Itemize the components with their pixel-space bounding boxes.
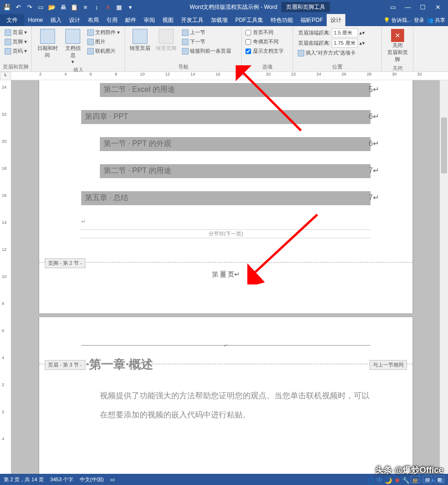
- tab-home[interactable]: Home: [24, 14, 47, 26]
- datetime-button[interactable]: 日期和时间: [35, 28, 60, 60]
- onlinepic-button[interactable]: 联机图片: [85, 47, 122, 55]
- title-bar: 💾 ↶ ↷ ▭ 📂 🖶 📋 ≡ ↕ A ▦ ▾ Word文档排版流程实战示例 -…: [0, 0, 448, 14]
- quick-access-toolbar: 💾 ↶ ↷ ▭ 📂 🖶 📋 ≡ ↕ A ▦ ▾: [0, 2, 137, 12]
- tab-addins[interactable]: 加载项: [207, 14, 231, 26]
- quickparts-button[interactable]: 文档部件 ▾: [85, 28, 122, 37]
- group-label: 导航: [128, 62, 238, 71]
- macro-icon[interactable]: ▭: [110, 477, 115, 483]
- insert-align-tab-button[interactable]: 插入"对齐方式"选项卡: [296, 48, 366, 57]
- align-icon[interactable]: ≡: [80, 2, 91, 12]
- group-label: 页眉和页脚: [3, 62, 28, 71]
- body-text: 视频提供了功能强大的方法帮助您证明您的观点。当您单击联机视频时，可以在想要添加的…: [100, 387, 371, 425]
- login-button[interactable]: 登录: [414, 17, 424, 24]
- goto-header-button[interactable]: 转至页眉: [128, 28, 152, 53]
- undo-icon[interactable]: ↶: [13, 2, 23, 12]
- chapter-title: ·第一章·概述: [86, 356, 413, 373]
- redo-icon[interactable]: ↷: [24, 2, 35, 12]
- footer-section-label: 页脚 - 第 2 节 -: [45, 258, 85, 268]
- page-1: 第二节 · Excel 的用途5↵第四章 · PPT6↵第一节 · PPT 的外…: [39, 80, 413, 313]
- minimize-icon[interactable]: —: [401, 2, 414, 12]
- system-tray: ◯中🌙✱🔧⊞☺✦⊞: [367, 477, 445, 484]
- context-tab-label: 页眉和页脚工具: [281, 2, 330, 12]
- first-page-diff-checkbox[interactable]: 首页不同: [245, 28, 285, 37]
- toc-row: 第二节 · PPT 的用途7↵: [100, 164, 371, 178]
- status-words[interactable]: 3453 个字: [50, 476, 74, 483]
- section-break: 分节符(下一页): [81, 229, 371, 238]
- picture-button[interactable]: 图片: [85, 37, 122, 46]
- maximize-icon[interactable]: ☐: [416, 2, 429, 12]
- open-icon[interactable]: 📂: [47, 2, 57, 12]
- print-icon[interactable]: 🖶: [58, 2, 68, 12]
- paste-icon[interactable]: 📋: [69, 2, 79, 12]
- ruler-vertical[interactable]: 2422201816141210864224: [0, 80, 11, 474]
- tab-view[interactable]: 视图: [159, 14, 177, 26]
- tab-file[interactable]: 文件: [0, 14, 24, 26]
- footer-page-number[interactable]: 第 II 页↵: [39, 270, 413, 279]
- tab-pdf[interactable]: PDF工具集: [231, 14, 267, 26]
- tab-developer[interactable]: 开发工具: [177, 14, 207, 26]
- close-hf-button[interactable]: ✕关闭页眉和页脚: [385, 28, 410, 64]
- tab-review[interactable]: 审阅: [140, 14, 159, 26]
- toc-row: 第五章 · 总结7↵: [81, 191, 371, 205]
- toc-row: 第二节 · Excel 的用途5↵: [100, 83, 371, 97]
- more-icon[interactable]: ▾: [125, 2, 135, 12]
- status-lang[interactable]: 中文(中国): [80, 476, 104, 483]
- table-icon[interactable]: ▦: [114, 2, 124, 12]
- window-title: Word文档排版流程实战示例 - Word 页眉和页脚工具: [137, 3, 383, 11]
- close-icon[interactable]: ✕: [431, 2, 444, 12]
- docinfo-button[interactable]: 文档信息▾: [62, 28, 84, 66]
- save-icon[interactable]: 💾: [2, 2, 12, 12]
- ruler-horizontal[interactable]: 2468101214161820222426283032: [11, 72, 448, 80]
- same-as-previous-label: 与上一节相同: [370, 360, 407, 370]
- spacing-icon[interactable]: ↕: [91, 2, 102, 12]
- header-top-field[interactable]: 页眉顶端距离:1.5 厘米▴▾: [296, 28, 366, 38]
- tab-references[interactable]: 引用: [103, 14, 121, 26]
- watermark: 头条 @爆炒Office: [375, 464, 443, 476]
- pagenum-button[interactable]: 页码 ▾: [3, 47, 29, 55]
- document-workspace: 第二节 · Excel 的用途5↵第四章 · PPT6↵第一节 · PPT 的外…: [11, 80, 440, 474]
- toc-row: 第四章 · PPT6↵: [81, 110, 371, 124]
- ruler-corner[interactable]: L: [0, 72, 11, 80]
- tab-layout[interactable]: 布局: [84, 14, 103, 26]
- group-label: 位置: [296, 62, 378, 71]
- new-icon[interactable]: ▭: [35, 2, 46, 12]
- tab-foxit[interactable]: 福昕PDF: [297, 14, 327, 26]
- header-section-label: 页眉 - 第 3 节 -: [45, 360, 85, 370]
- tab-insert[interactable]: 插入: [47, 14, 65, 26]
- ribbon-options-icon[interactable]: ▭: [386, 2, 399, 12]
- goto-footer-button: 转至页脚: [154, 28, 178, 53]
- toc-row: 第一节 · PPT 的外观6↵: [100, 137, 371, 151]
- status-page[interactable]: 第 2 页，共 14 页: [4, 476, 44, 483]
- tab-mailings[interactable]: 邮件: [121, 14, 140, 26]
- page-2: ↵ 页眉 - 第 3 节 - 与上一节相同 ·第一章·概述 视频提供了功能强大的…: [39, 317, 413, 474]
- tab-design[interactable]: 设计: [65, 14, 84, 26]
- font-color-icon[interactable]: A: [103, 2, 113, 12]
- ribbon-tabs: 文件 Home 插入 设计 布局 引用 邮件 审阅 视图 开发工具 加载项 PD…: [0, 14, 448, 26]
- tab-hf-design[interactable]: 设计: [327, 14, 345, 26]
- link-previous-button[interactable]: 链接到前一条页眉: [180, 47, 233, 55]
- share-button[interactable]: 👥 共享: [427, 17, 445, 24]
- tell-me[interactable]: 💡 告诉我...: [384, 17, 411, 24]
- footer-bottom-field[interactable]: 页眉底端距离:1.75 厘米▴▾: [296, 38, 366, 48]
- group-label: 选项: [245, 62, 290, 71]
- footer-button[interactable]: 页脚 ▾: [3, 37, 29, 46]
- vertical-scrollbar[interactable]: [440, 80, 448, 474]
- next-section-button[interactable]: 下一节: [180, 37, 233, 46]
- header-button[interactable]: 页眉 ▾: [3, 28, 29, 37]
- ribbon: 页眉 ▾ 页脚 ▾ 页码 ▾ 页眉和页脚 日期和时间 文档信息▾ 文档部件 ▾ …: [0, 26, 448, 72]
- window-controls: ▭ — ☐ ✕: [383, 2, 448, 12]
- prev-section-button[interactable]: 上一节: [180, 28, 233, 37]
- tab-features[interactable]: 特色功能: [267, 14, 297, 26]
- show-doc-text-checkbox[interactable]: 显示文档文字: [245, 47, 285, 55]
- odd-even-diff-checkbox[interactable]: 奇偶页不同: [245, 37, 285, 46]
